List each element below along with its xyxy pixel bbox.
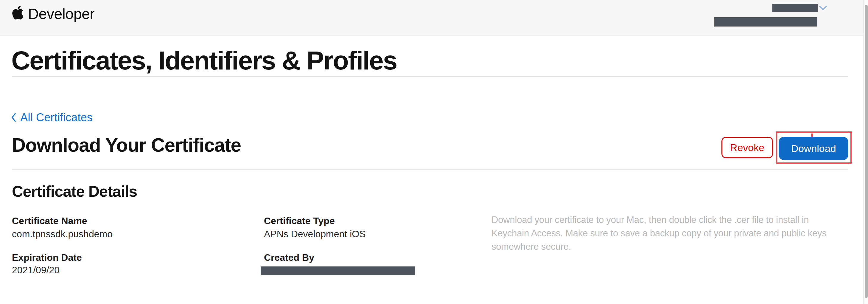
expiration-date-value: 2021/09/20 [12,264,60,276]
created-by-label: Created By [264,252,314,263]
scrollbar-thumb[interactable] [865,5,868,298]
breadcrumb-label: All Certificates [20,111,93,124]
account-name-redacted[interactable] [772,4,818,12]
apple-icon[interactable] [11,5,25,21]
expiration-date-label: Expiration Date [12,252,82,263]
help-text-line: Download your certificate to your Mac, t… [492,213,809,226]
title-divider [12,76,848,77]
certificate-type-value: APNs Development iOS [264,228,366,240]
certificate-name-value: com.tpnssdk.pushdemo [12,228,113,240]
help-text-line: Keychain Access. Make sure to save a bac… [492,226,827,240]
section-title: Download Your Certificate [12,135,241,156]
page: Developer Certificates, Identifiers & Pr… [0,0,868,304]
download-button[interactable]: Download [779,137,848,160]
created-by-redacted [261,267,415,275]
certificate-type-label: Certificate Type [264,215,335,226]
nav-brand-developer[interactable]: Developer [28,5,94,23]
certificate-name-label: Certificate Name [12,215,87,226]
chevron-down-icon[interactable] [818,4,828,11]
section-divider [12,169,848,170]
top-nav: Developer [0,0,868,35]
annotation-tick-mark [811,133,813,137]
revoke-button[interactable]: Revoke [721,137,773,158]
account-team-redacted [714,17,817,27]
help-text-line: somewhere secure. [492,240,571,253]
chevron-left-icon [11,112,17,122]
breadcrumb-all-certificates[interactable]: All Certificates [11,111,93,124]
details-heading: Certificate Details [12,183,137,200]
page-title: Certificates, Identifiers & Profiles [11,46,397,75]
